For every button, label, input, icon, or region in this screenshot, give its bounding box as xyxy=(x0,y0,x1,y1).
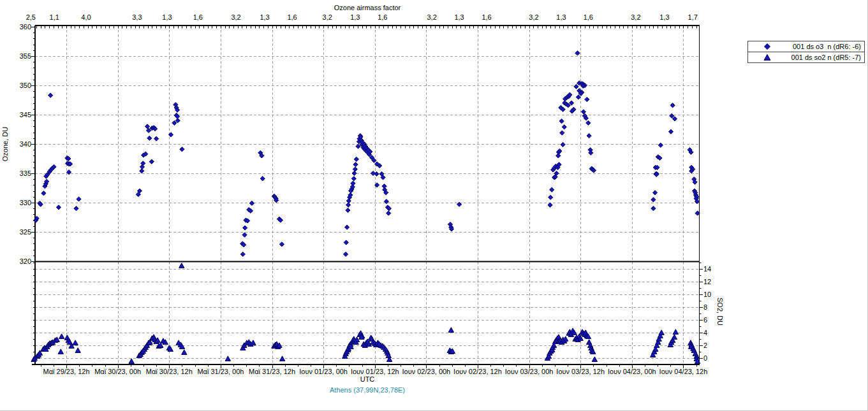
data-point-so2 xyxy=(225,356,230,361)
airmass-tick-label: 1,3 xyxy=(260,13,269,22)
ozone-tick-label: 355 xyxy=(10,52,31,61)
data-point-o3 xyxy=(559,119,564,124)
legend: 001 ds o3 n (dR6: -6) 001 ds so2 n (dR5:… xyxy=(747,41,865,63)
airmass-tick-label: 2,5 xyxy=(26,13,36,22)
airmass-tick-label: 1,6 xyxy=(378,13,387,22)
data-point-o3 xyxy=(154,136,159,141)
airmass-tick-label: 1,3 xyxy=(556,13,566,22)
data-point-o3 xyxy=(140,169,144,173)
so2-tick-label: 4 xyxy=(703,329,707,337)
date-tick-label: Ιουν 03/23, 12h xyxy=(556,368,605,376)
data-point-so2 xyxy=(58,349,63,354)
airmass-tick-label: 1,6 xyxy=(287,13,297,22)
data-point-o3 xyxy=(145,124,149,129)
data-point-o3 xyxy=(668,129,673,134)
airmass-tick-label: 1,3 xyxy=(350,13,360,22)
data-point-o3 xyxy=(575,51,580,55)
airmass-tick-label: 3,2 xyxy=(231,13,240,22)
data-point-o3 xyxy=(548,195,553,199)
airmass-tick-label: 1,3 xyxy=(659,13,669,22)
data-point-o3 xyxy=(653,191,658,195)
data-point-so2 xyxy=(179,263,184,268)
data-point-o3 xyxy=(561,142,565,147)
data-point-so2 xyxy=(182,350,187,355)
data-point-o3 xyxy=(56,205,61,210)
data-point-so2 xyxy=(129,359,134,364)
data-point-o3 xyxy=(343,252,348,256)
date-tick-label: Ιουν 01/23, 12h xyxy=(351,368,399,376)
data-point-so2 xyxy=(59,334,64,339)
data-point-o3 xyxy=(651,198,656,202)
airmass-tick-label: 1,3 xyxy=(454,13,464,22)
data-point-o3 xyxy=(586,120,591,125)
legend-label-so2: 001 ds so2 n (dR5: -7) xyxy=(786,54,864,61)
so2-tick-label: 2 xyxy=(703,342,707,350)
o3-diamond-icon xyxy=(748,43,786,50)
data-point-o3 xyxy=(74,206,78,211)
so2-tick-label: 0 xyxy=(703,354,707,363)
date-tick-label: Ιουν 04/23, 12h xyxy=(659,368,708,376)
so2-tick-label: 12 xyxy=(703,278,711,286)
chart-window: Ozone airmass factor Ozone, DU SO2, DU U… xyxy=(0,0,868,411)
data-point-o3 xyxy=(346,208,350,212)
airmass-tick-label: 4,0 xyxy=(81,13,91,22)
ozone-tick-label: 335 xyxy=(10,169,31,178)
data-point-so2 xyxy=(592,357,597,362)
date-tick-label: Ιουν 02/23, 00h xyxy=(402,368,451,376)
airmass-tick-label: 3,3 xyxy=(132,13,142,22)
date-tick-label: Μαϊ 30/23, 00h xyxy=(94,368,141,376)
data-point-o3 xyxy=(585,97,589,101)
so2-tick-label: 6 xyxy=(703,316,707,324)
data-point-o3 xyxy=(243,226,247,230)
data-point-so2 xyxy=(73,340,78,345)
ozone-tick-label: 345 xyxy=(10,111,31,119)
ozone-tick-label: 360 xyxy=(10,23,31,31)
data-point-o3 xyxy=(249,201,254,205)
so2-tick-label: 10 xyxy=(703,291,711,299)
top-axis-title: Ozone airmass factor xyxy=(334,4,401,12)
legend-row-so2: 001 ds so2 n (dR5: -7) xyxy=(748,52,864,62)
data-point-o3 xyxy=(670,103,675,108)
data-point-o3 xyxy=(240,252,245,256)
data-point-o3 xyxy=(386,211,391,215)
airmass-tick-label: 1,3 xyxy=(162,13,172,22)
data-point-o3 xyxy=(344,225,349,229)
data-point-o3 xyxy=(149,159,154,164)
data-point-o3 xyxy=(587,134,591,138)
data-point-o3 xyxy=(576,95,580,99)
so2-axis-title: SO2, DU xyxy=(716,292,724,331)
date-tick-label: Μαϊ 31/23, 12h xyxy=(249,368,295,376)
data-point-o3 xyxy=(260,177,265,181)
data-point-o3 xyxy=(581,110,585,114)
ozone-tick-label: 325 xyxy=(10,228,31,236)
data-point-so2 xyxy=(75,348,80,353)
ozone-tick-label: 330 xyxy=(10,199,31,207)
airmass-tick-label: 1,6 xyxy=(584,13,593,22)
airmass-tick-label: 1,1 xyxy=(50,13,59,22)
data-point-o3 xyxy=(354,157,358,161)
airmass-tick-label: 1,6 xyxy=(482,13,491,22)
data-point-so2 xyxy=(448,328,453,333)
data-point-so2 xyxy=(673,329,678,335)
data-point-o3 xyxy=(353,167,357,171)
data-point-o3 xyxy=(562,125,566,129)
ozone-tick-label: 350 xyxy=(10,82,31,90)
data-point-o3 xyxy=(658,143,663,147)
date-tick-label: Μαϊ 29/23, 12h xyxy=(43,368,90,376)
so2-tick-label: 8 xyxy=(703,303,707,312)
data-point-o3 xyxy=(279,242,284,247)
data-point-o3 xyxy=(147,136,152,140)
date-tick-label: Μαϊ 30/23, 12h xyxy=(146,368,193,376)
airmass-tick-label: 3,2 xyxy=(323,13,332,22)
data-point-o3 xyxy=(560,131,564,135)
airmass-tick-label: 3,2 xyxy=(529,13,538,22)
data-point-o3 xyxy=(352,171,357,175)
date-tick-label: Ιουν 03/23, 00h xyxy=(505,368,554,376)
data-point-o3 xyxy=(346,203,351,207)
so2-triangle-icon xyxy=(748,54,786,61)
data-point-o3 xyxy=(351,177,356,181)
utc-axis-label: UTC xyxy=(360,375,375,384)
ozone-tick-label: 340 xyxy=(10,140,31,148)
legend-row-o3: 001 ds o3 n (dR6: -6) xyxy=(748,41,864,52)
date-tick-label: Ιουν 01/23, 00h xyxy=(299,368,348,376)
